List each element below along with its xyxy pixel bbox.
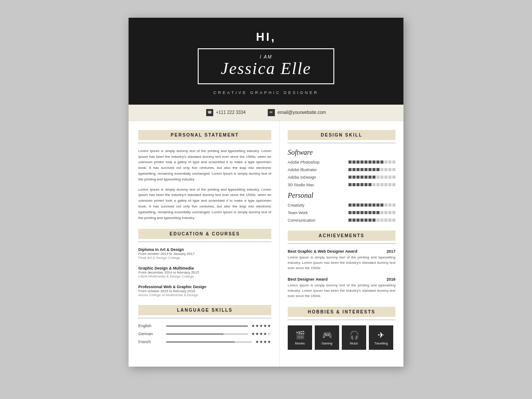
achievement-text: Lorem Ipsum is simply dummy text of the …: [288, 283, 395, 299]
dot-filled: [372, 219, 376, 222]
phone-icon: ☎: [206, 109, 213, 116]
greeting-text: HI,: [146, 30, 386, 44]
dot-filled: [376, 168, 379, 171]
dot-filled: [360, 219, 364, 222]
dot-empty: [388, 160, 391, 164]
dot-filled: [356, 176, 360, 179]
achievement-year: 2016: [387, 277, 395, 282]
skill-dots: [348, 168, 395, 171]
skill-name: Adobe InDesign: [288, 175, 330, 180]
dot-filled: [368, 203, 372, 207]
lang-bar-fill: [166, 325, 248, 327]
dot-filled: [348, 203, 352, 207]
hobby-icon: ✈: [378, 330, 384, 340]
lang-name: German: [138, 332, 163, 336]
dot-filled: [372, 211, 376, 214]
edu-school: LADA Multimedia & Design College: [138, 274, 271, 278]
dot-empty: [380, 211, 383, 214]
dot-empty: [384, 176, 387, 179]
lang-bar: [166, 333, 248, 335]
lang-stars: ★★★★: [255, 340, 271, 344]
skill-name: Adobe Photoshop: [288, 160, 330, 164]
personal-statement-header: PERSONAL STATEMENT: [138, 130, 271, 140]
hobby-icon: 🎧: [349, 330, 359, 340]
dot-filled: [348, 211, 352, 214]
dot-filled: [352, 219, 356, 222]
language-item: English ★★★★★: [138, 324, 271, 328]
lang-bar: [166, 341, 252, 343]
dot-filled: [352, 168, 356, 171]
skill-dots: [348, 211, 395, 214]
skill-name: Adobe Illustrator: [288, 168, 330, 172]
language-item: French ★★★★: [138, 340, 271, 344]
dot-empty: [388, 203, 391, 207]
lang-bar-fill: [166, 341, 235, 343]
personal-skill-item: Team Work: [288, 211, 395, 215]
dot-filled: [356, 219, 360, 222]
lang-stars: ★★★★★: [251, 324, 271, 328]
skill-dots: [348, 203, 395, 207]
language-section: LANGUAGE SKILLS English ★★★★★ German ★★★…: [138, 305, 271, 344]
right-column: DESIGN SKILL Software Adobe Photoshop Ad…: [280, 121, 403, 367]
education-list: Diploma In Art & Design From october 201…: [138, 247, 271, 297]
dot-filled: [352, 211, 356, 214]
hobbies-divider: [288, 320, 395, 320]
dot-empty: [384, 219, 387, 222]
personal-statement-p2: Lorem Ipsum is simply dummy text of the …: [138, 187, 271, 221]
achievement-title: Best Designer Award: [288, 277, 328, 282]
dot-empty: [380, 168, 383, 171]
achievement-title: Best Graphic & Web Designer Award: [288, 249, 357, 254]
dot-filled: [360, 168, 364, 171]
achievement-item: Best Graphic & Web Designer Award 2017 L…: [288, 249, 395, 271]
skill-item: Adobe Photoshop: [288, 160, 395, 164]
dot-empty: [384, 203, 387, 207]
hobby-label: Movies: [295, 342, 305, 345]
phone-contact: ☎ +111 222 3334: [206, 109, 246, 116]
dot-empty: [384, 168, 387, 171]
dot-empty: [372, 183, 376, 186]
dot-empty: [392, 160, 395, 164]
personal-statement-section: PERSONAL STATEMENT Lorem Ipsum is simply…: [138, 130, 271, 221]
dot-filled: [372, 160, 376, 164]
edu-title: Graphic Design & Multimedia: [138, 266, 271, 270]
achievements-section: ACHIEVEMENTS Best Graphic & Web Designer…: [288, 231, 395, 299]
dot-empty: [384, 183, 387, 186]
personal-skills-list: Creativity Team Work Communication: [288, 203, 395, 223]
dot-empty: [376, 176, 379, 179]
design-skill-section: DESIGN SKILL Software Adobe Photoshop Ad…: [288, 130, 395, 223]
lang-bar: [166, 325, 248, 327]
dot-filled: [372, 176, 376, 179]
education-divider: [138, 242, 271, 242]
dot-filled: [360, 176, 364, 179]
hobby-icon: 🎮: [322, 330, 332, 340]
skill-name: Team Work: [288, 211, 330, 215]
language-item: German ★★★★☆: [138, 332, 271, 336]
dot-empty: [388, 168, 391, 171]
language-divider: [138, 318, 271, 318]
edu-date: From october 2015 to february 2016: [138, 289, 271, 293]
hobby-icon: 🎬: [295, 330, 305, 340]
dot-filled: [380, 203, 383, 207]
dot-empty: [380, 176, 383, 179]
skill-item: Adobe Illustrator: [288, 168, 395, 172]
dot-empty: [380, 183, 383, 186]
dot-filled: [364, 168, 368, 171]
dot-filled: [356, 183, 360, 186]
edu-date: From december 2014 to february 2015: [138, 270, 271, 274]
dot-filled: [376, 160, 379, 164]
achievement-list: Best Graphic & Web Designer Award 2017 L…: [288, 249, 395, 299]
dot-empty: [392, 168, 395, 171]
education-section: EDUCATION & COURSES Diploma In Art & Des…: [138, 229, 271, 297]
skill-item: 3D Studio Max: [288, 183, 395, 187]
skill-name: Communication: [288, 218, 330, 223]
edu-title: Diploma In Art & Design: [138, 247, 271, 252]
skill-name: 3D Studio Max: [288, 183, 330, 187]
dot-empty: [388, 211, 391, 214]
dot-empty: [380, 219, 383, 222]
hobby-item: ✈ Travelling: [369, 325, 393, 350]
phone-number: +111 222 3334: [216, 110, 246, 115]
language-list: English ★★★★★ German ★★★★☆ French ★★★★: [138, 324, 271, 344]
personal-category-label: Personal: [288, 192, 395, 200]
resume-document: HI, I AM Jessica Elle CREATIVE GRAPHIC D…: [129, 18, 403, 367]
dot-filled: [376, 203, 379, 207]
